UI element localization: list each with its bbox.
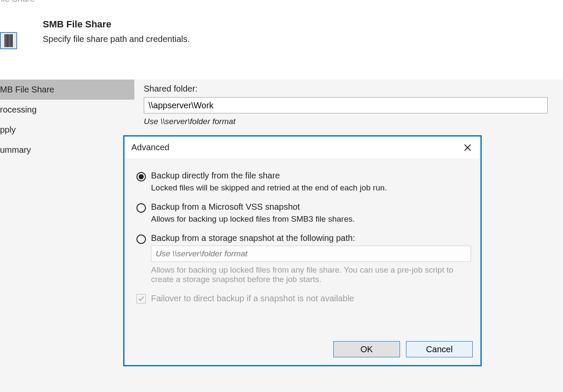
- shared-folder-label: Shared folder:: [144, 84, 554, 94]
- sidebar-item-summary[interactable]: ummary: [0, 140, 134, 160]
- close-button[interactable]: [462, 142, 474, 154]
- page-subtitle: Specify file share path and credentials.: [43, 34, 190, 44]
- sidebar-item-processing[interactable]: rocessing: [0, 100, 134, 120]
- cancel-button[interactable]: Cancel: [406, 341, 473, 357]
- radio-backup-storage-snapshot-desc: Allows for backing up locked files from …: [151, 265, 468, 284]
- radio-backup-vss[interactable]: [136, 203, 146, 213]
- dialog-titlebar: Advanced: [124, 137, 480, 159]
- radio-backup-direct-desc: Locked files will be skipped and retried…: [151, 183, 468, 193]
- wizard-steps-sidebar: MB File Share rocessing pply ummary: [0, 80, 134, 392]
- ok-button[interactable]: OK: [333, 341, 400, 357]
- shared-folder-input[interactable]: [144, 97, 548, 113]
- failover-checkbox: [136, 294, 146, 303]
- server-icon: [4, 34, 13, 47]
- snapshot-path-input: [151, 246, 471, 262]
- failover-checkbox-label: Failover to direct backup if a snapshot …: [151, 294, 354, 303]
- shared-folder-hint: Use \\server\folder format: [144, 117, 554, 126]
- radio-backup-storage-snapshot-label: Backup from a storage snapshot at the fo…: [151, 233, 355, 243]
- check-icon: [138, 295, 145, 302]
- radio-backup-direct-label: Backup directly from the file share: [151, 171, 280, 181]
- sidebar-item-smb-file-share[interactable]: MB File Share: [0, 80, 134, 100]
- sidebar-item-apply[interactable]: pply: [0, 120, 134, 140]
- close-icon: [464, 144, 471, 151]
- dialog-title: Advanced: [131, 143, 169, 152]
- radio-backup-storage-snapshot[interactable]: [136, 235, 146, 244]
- radio-backup-vss-label: Backup from a Microsoft VSS snapshot: [151, 202, 300, 212]
- page-title: SMB File Share: [43, 19, 190, 30]
- parent-window-title: w File Share: [0, 0, 35, 4]
- wizard-icon: [0, 32, 17, 49]
- advanced-dialog: Advanced Backup directly from the file s…: [123, 135, 482, 366]
- radio-backup-vss-desc: Allows for backing up locked files from …: [151, 214, 468, 224]
- radio-backup-direct[interactable]: [136, 172, 146, 181]
